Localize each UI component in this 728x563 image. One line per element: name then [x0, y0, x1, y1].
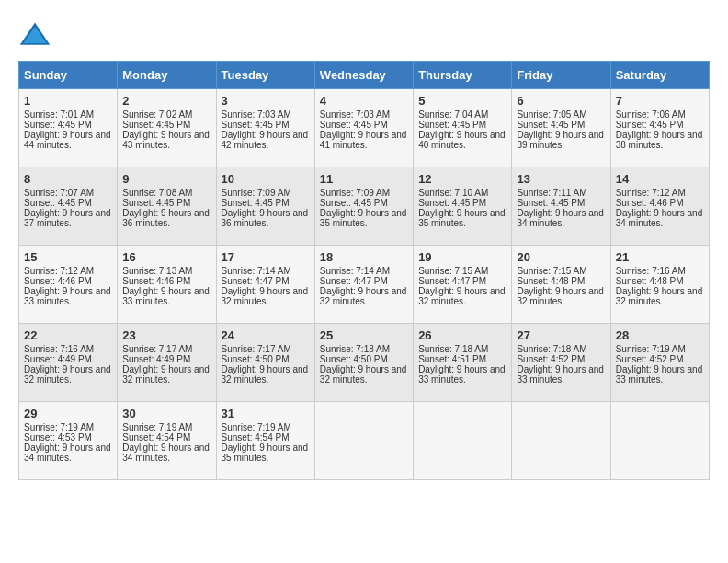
sunset-text: Sunset: 4:48 PM [517, 276, 605, 286]
day-number: 18 [320, 250, 408, 264]
daylight-text: Daylight: 9 hours and 32 minutes. [24, 364, 112, 385]
daylight-text: Daylight: 9 hours and 33 minutes. [24, 286, 112, 306]
sunset-text: Sunset: 4:47 PM [320, 276, 408, 286]
day-number: 14 [616, 172, 704, 186]
logo [18, 18, 57, 52]
calendar-cell: 11Sunrise: 7:09 AMSunset: 4:45 PMDayligh… [314, 167, 413, 246]
calendar-cell: 29Sunrise: 7:19 AMSunset: 4:53 PMDayligh… [19, 402, 118, 480]
sunrise-text: Sunrise: 7:09 AM [320, 188, 408, 198]
daylight-text: Daylight: 9 hours and 36 minutes. [122, 208, 210, 228]
sunset-text: Sunset: 4:46 PM [616, 198, 704, 208]
calendar-cell: 27Sunrise: 7:18 AMSunset: 4:52 PMDayligh… [512, 324, 610, 402]
daylight-text: Daylight: 9 hours and 35 minutes. [418, 208, 506, 228]
sunrise-text: Sunrise: 7:16 AM [616, 266, 704, 276]
calendar-cell: 8Sunrise: 7:07 AMSunset: 4:45 PMDaylight… [19, 167, 118, 246]
calendar-cell: 15Sunrise: 7:12 AMSunset: 4:46 PMDayligh… [19, 246, 118, 324]
day-number: 3 [222, 94, 310, 108]
sunrise-text: Sunrise: 7:19 AM [616, 344, 704, 354]
daylight-text: Daylight: 9 hours and 37 minutes. [24, 208, 112, 228]
calendar-cell: 14Sunrise: 7:12 AMSunset: 4:46 PMDayligh… [610, 167, 709, 246]
sunset-text: Sunset: 4:45 PM [222, 120, 310, 130]
calendar-cell: 19Sunrise: 7:15 AMSunset: 4:47 PMDayligh… [414, 246, 512, 324]
header [18, 18, 710, 52]
sunrise-text: Sunrise: 7:11 AM [517, 188, 605, 198]
calendar-table: SundayMondayTuesdayWednesdayThursdayFrid… [18, 61, 710, 480]
calendar-cell: 13Sunrise: 7:11 AMSunset: 4:45 PMDayligh… [512, 167, 610, 246]
calendar-cell: 21Sunrise: 7:16 AMSunset: 4:48 PMDayligh… [610, 246, 709, 324]
calendar-cell: 10Sunrise: 7:09 AMSunset: 4:45 PMDayligh… [216, 167, 314, 246]
day-number: 9 [122, 172, 210, 186]
week-row-1: 1Sunrise: 7:01 AMSunset: 4:45 PMDaylight… [19, 89, 710, 167]
calendar-cell: 22Sunrise: 7:16 AMSunset: 4:49 PMDayligh… [19, 324, 118, 402]
day-number: 13 [517, 172, 605, 186]
day-number: 21 [616, 250, 704, 264]
week-row-4: 22Sunrise: 7:16 AMSunset: 4:49 PMDayligh… [19, 324, 710, 402]
day-number: 11 [320, 172, 408, 186]
sunrise-text: Sunrise: 7:19 AM [222, 422, 310, 432]
day-number: 10 [222, 172, 310, 186]
daylight-text: Daylight: 9 hours and 32 minutes. [418, 286, 506, 306]
daylight-text: Daylight: 9 hours and 32 minutes. [517, 286, 605, 306]
day-number: 1 [24, 94, 112, 108]
sunset-text: Sunset: 4:49 PM [122, 354, 210, 364]
sunrise-text: Sunrise: 7:18 AM [320, 344, 408, 354]
sunrise-text: Sunrise: 7:01 AM [24, 109, 112, 120]
daylight-text: Daylight: 9 hours and 44 minutes. [24, 130, 112, 150]
calendar-cell: 23Sunrise: 7:17 AMSunset: 4:49 PMDayligh… [118, 324, 216, 402]
daylight-text: Daylight: 9 hours and 41 minutes. [320, 130, 408, 150]
day-number: 26 [418, 328, 506, 342]
sunrise-text: Sunrise: 7:05 AM [517, 109, 605, 120]
calendar-cell: 24Sunrise: 7:17 AMSunset: 4:50 PMDayligh… [216, 324, 314, 402]
sunset-text: Sunset: 4:46 PM [24, 276, 112, 286]
day-number: 16 [122, 250, 210, 264]
daylight-text: Daylight: 9 hours and 34 minutes. [122, 442, 210, 463]
day-number: 20 [517, 250, 605, 264]
week-row-2: 8Sunrise: 7:07 AMSunset: 4:45 PMDaylight… [19, 167, 710, 246]
week-row-5: 29Sunrise: 7:19 AMSunset: 4:53 PMDayligh… [19, 402, 710, 480]
daylight-text: Daylight: 9 hours and 33 minutes. [122, 286, 210, 306]
calendar-cell: 17Sunrise: 7:14 AMSunset: 4:47 PMDayligh… [216, 246, 314, 324]
daylight-text: Daylight: 9 hours and 39 minutes. [517, 130, 605, 150]
header-day-wednesday: Wednesday [314, 62, 413, 89]
calendar-cell: 28Sunrise: 7:19 AMSunset: 4:52 PMDayligh… [610, 324, 709, 402]
day-number: 17 [222, 250, 310, 264]
calendar-cell: 9Sunrise: 7:08 AMSunset: 4:45 PMDaylight… [118, 167, 216, 246]
calendar-cell: 12Sunrise: 7:10 AMSunset: 4:45 PMDayligh… [414, 167, 512, 246]
day-number: 28 [616, 328, 704, 342]
calendar-cell [414, 402, 512, 480]
sunset-text: Sunset: 4:45 PM [517, 198, 605, 208]
sunrise-text: Sunrise: 7:18 AM [418, 344, 506, 354]
daylight-text: Daylight: 9 hours and 38 minutes. [616, 130, 704, 150]
daylight-text: Daylight: 9 hours and 43 minutes. [122, 130, 210, 150]
calendar-cell: 6Sunrise: 7:05 AMSunset: 4:45 PMDaylight… [512, 89, 610, 167]
daylight-text: Daylight: 9 hours and 35 minutes. [320, 208, 408, 228]
sunset-text: Sunset: 4:52 PM [616, 354, 704, 364]
calendar-cell: 1Sunrise: 7:01 AMSunset: 4:45 PMDaylight… [19, 89, 118, 167]
daylight-text: Daylight: 9 hours and 32 minutes. [320, 364, 408, 385]
sunset-text: Sunset: 4:48 PM [616, 276, 704, 286]
logo-icon [18, 18, 51, 52]
calendar-cell: 18Sunrise: 7:14 AMSunset: 4:47 PMDayligh… [314, 246, 413, 324]
sunrise-text: Sunrise: 7:10 AM [418, 188, 506, 198]
header-day-sunday: Sunday [19, 62, 118, 89]
calendar-cell [512, 402, 610, 480]
calendar-cell [314, 402, 413, 480]
sunrise-text: Sunrise: 7:12 AM [616, 188, 704, 198]
daylight-text: Daylight: 9 hours and 40 minutes. [418, 130, 506, 150]
day-number: 30 [122, 407, 210, 420]
daylight-text: Daylight: 9 hours and 32 minutes. [222, 364, 310, 385]
sunset-text: Sunset: 4:45 PM [122, 198, 210, 208]
calendar-cell: 3Sunrise: 7:03 AMSunset: 4:45 PMDaylight… [216, 89, 314, 167]
daylight-text: Daylight: 9 hours and 33 minutes. [517, 364, 605, 385]
sunset-text: Sunset: 4:47 PM [418, 276, 506, 286]
calendar-cell: 20Sunrise: 7:15 AMSunset: 4:48 PMDayligh… [512, 246, 610, 324]
sunset-text: Sunset: 4:50 PM [320, 354, 408, 364]
day-number: 2 [122, 94, 210, 108]
sunset-text: Sunset: 4:45 PM [616, 120, 704, 130]
daylight-text: Daylight: 9 hours and 42 minutes. [222, 130, 310, 150]
sunset-text: Sunset: 4:47 PM [222, 276, 310, 286]
daylight-text: Daylight: 9 hours and 34 minutes. [616, 208, 704, 228]
day-number: 12 [418, 172, 506, 186]
week-row-3: 15Sunrise: 7:12 AMSunset: 4:46 PMDayligh… [19, 246, 710, 324]
sunset-text: Sunset: 4:49 PM [24, 354, 112, 364]
